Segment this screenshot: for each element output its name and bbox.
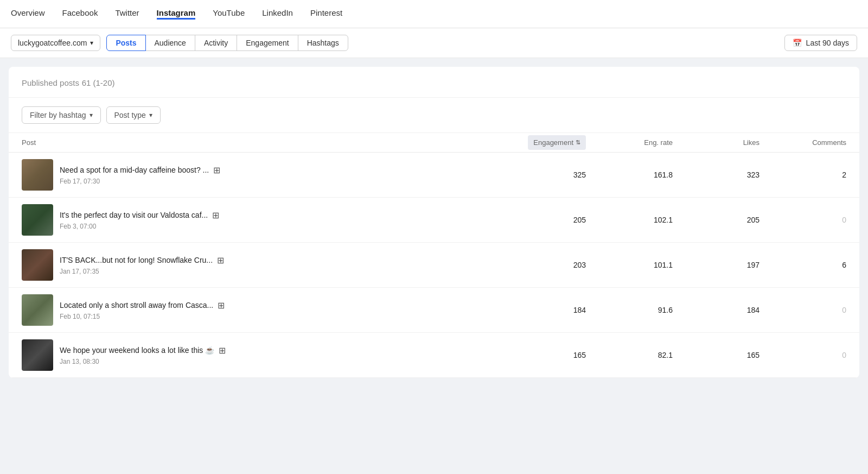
post-text-row: Need a spot for a mid-day caffeine boost… <box>60 165 220 175</box>
col-header-engagement[interactable]: Engagement ⇅ <box>499 138 586 147</box>
table-row[interactable]: It's the perfect day to visit our Valdos… <box>9 198 859 243</box>
tab-posts[interactable]: Posts <box>106 35 145 51</box>
account-selector[interactable]: luckygoatcoffee.com ▾ <box>11 35 100 51</box>
account-name: luckygoatcoffee.com <box>18 39 87 47</box>
post-thumbnail <box>22 339 53 371</box>
nav-item-facebook[interactable]: Facebook <box>62 8 98 20</box>
engagement-value: 325 <box>499 170 586 179</box>
col-header-comments: Comments <box>760 138 846 147</box>
table-row[interactable]: We hope your weekend looks a lot like th… <box>9 333 859 378</box>
nav-item-overview[interactable]: Overview <box>11 8 45 20</box>
post-cell: Need a spot for a mid-day caffeine boost… <box>22 159 499 191</box>
post-info: Located only a short stroll away from Ca… <box>60 300 225 320</box>
post-title: Located only a short stroll away from Ca… <box>60 301 213 309</box>
tab-audience[interactable]: Audience <box>145 35 195 51</box>
post-title: It's the perfect day to visit our Valdos… <box>60 211 208 219</box>
engagement-value: 165 <box>499 351 586 359</box>
col-header-eng-rate: Eng. rate <box>586 138 673 147</box>
likes-value: 165 <box>673 351 760 359</box>
eng-rate-value: 161.8 <box>586 170 673 179</box>
post-thumbnail <box>22 294 53 326</box>
post-date: Jan 17, 07:35 <box>60 268 224 275</box>
post-cell: IT'S BACK...but not for long! Snowflake … <box>22 249 499 281</box>
post-type-label: Post type <box>114 111 146 119</box>
image-icon: ⊞ <box>217 255 224 266</box>
post-text-row: It's the perfect day to visit our Valdos… <box>60 210 219 220</box>
eng-rate-value: 91.6 <box>586 306 673 314</box>
comments-value: 0 <box>760 216 846 224</box>
hashtag-filter-label: Filter by hashtag <box>30 111 86 119</box>
post-cell: Located only a short stroll away from Ca… <box>22 294 499 326</box>
toolbar-left: luckygoatcoffee.com ▾ PostsAudienceActiv… <box>11 35 348 51</box>
toolbar: luckygoatcoffee.com ▾ PostsAudienceActiv… <box>0 28 868 58</box>
card-title: Published posts 61 (1-20) <box>22 78 846 89</box>
col-header-likes: Likes <box>673 138 760 147</box>
col-header-post: Post <box>22 138 499 147</box>
posts-table: Post Engagement ⇅ Eng. rate Likes Commen… <box>9 133 859 378</box>
nav-item-youtube[interactable]: YouTube <box>213 8 245 20</box>
post-info: IT'S BACK...but not for long! Snowflake … <box>60 255 224 275</box>
table-row[interactable]: IT'S BACK...but not for long! Snowflake … <box>9 243 859 288</box>
post-cell: It's the perfect day to visit our Valdos… <box>22 204 499 236</box>
tab-activity[interactable]: Activity <box>195 35 237 51</box>
table-row[interactable]: Located only a short stroll away from Ca… <box>9 288 859 333</box>
table-row[interactable]: Need a spot for a mid-day caffeine boost… <box>9 153 859 198</box>
card-header: Published posts 61 (1-20) <box>9 67 859 98</box>
top-navigation: OverviewFacebookTwitterInstagramYouTubeL… <box>0 0 868 28</box>
table-body: Need a spot for a mid-day caffeine boost… <box>9 153 859 378</box>
account-chevron-icon: ▾ <box>90 39 93 47</box>
calendar-icon: 📅 <box>793 39 802 47</box>
eng-rate-value: 82.1 <box>586 351 673 359</box>
likes-value: 197 <box>673 261 760 269</box>
nav-item-twitter[interactable]: Twitter <box>115 8 139 20</box>
post-title: IT'S BACK...but not for long! Snowflake … <box>60 256 213 264</box>
table-header: Post Engagement ⇅ Eng. rate Likes Commen… <box>9 133 859 153</box>
filter-row: Filter by hashtag ▾ Post type ▾ <box>9 98 859 133</box>
hashtag-filter-button[interactable]: Filter by hashtag ▾ <box>22 106 101 124</box>
engagement-col-label: Engagement <box>533 138 573 147</box>
post-count: 61 (1-20) <box>82 78 115 87</box>
nav-item-linkedin[interactable]: LinkedIn <box>262 8 293 20</box>
post-type-filter-button[interactable]: Post type ▾ <box>106 106 161 124</box>
engagement-value: 205 <box>499 216 586 224</box>
posts-card: Published posts 61 (1-20) Filter by hash… <box>9 67 859 378</box>
engagement-value: 203 <box>499 261 586 269</box>
post-info: Need a spot for a mid-day caffeine boost… <box>60 165 220 185</box>
engagement-value: 184 <box>499 306 586 314</box>
likes-value: 184 <box>673 306 760 314</box>
post-date: Jan 13, 08:30 <box>60 358 226 365</box>
comments-value: 0 <box>760 306 846 314</box>
engagement-sort-icon: ⇅ <box>576 139 580 146</box>
tab-hashtags[interactable]: Hashtags <box>298 35 348 51</box>
post-cell: We hope your weekend looks a lot like th… <box>22 339 499 371</box>
post-date: Feb 3, 07:00 <box>60 223 219 230</box>
likes-value: 205 <box>673 216 760 224</box>
post-text-row: We hope your weekend looks a lot like th… <box>60 345 226 356</box>
date-range-button[interactable]: 📅 Last 90 days <box>784 35 857 51</box>
tab-engagement[interactable]: Engagement <box>237 35 298 51</box>
comments-value: 6 <box>760 261 846 269</box>
comments-value: 2 <box>760 170 846 179</box>
image-icon: ⊞ <box>219 345 226 356</box>
post-thumbnail <box>22 159 53 191</box>
image-icon: ⊞ <box>213 165 220 175</box>
post-text-row: IT'S BACK...but not for long! Snowflake … <box>60 255 224 266</box>
post-title: We hope your weekend looks a lot like th… <box>60 346 214 355</box>
post-type-chevron-icon: ▾ <box>149 111 152 119</box>
nav-item-pinterest[interactable]: Pinterest <box>310 8 342 20</box>
post-thumbnail <box>22 249 53 281</box>
post-text-row: Located only a short stroll away from Ca… <box>60 300 225 311</box>
post-date: Feb 10, 07:15 <box>60 313 225 320</box>
post-info: We hope your weekend looks a lot like th… <box>60 345 226 365</box>
post-info: It's the perfect day to visit our Valdos… <box>60 210 219 230</box>
eng-rate-value: 101.1 <box>586 261 673 269</box>
main-content: Published posts 61 (1-20) Filter by hash… <box>0 67 868 378</box>
comments-value: 0 <box>760 351 846 359</box>
nav-item-instagram[interactable]: Instagram <box>157 8 196 20</box>
post-date: Feb 17, 07:30 <box>60 178 220 185</box>
image-icon: ⊞ <box>212 210 219 220</box>
hashtag-chevron-icon: ▾ <box>90 111 93 119</box>
date-range-label: Last 90 days <box>806 39 849 47</box>
eng-rate-value: 102.1 <box>586 216 673 224</box>
post-title: Need a spot for a mid-day caffeine boost… <box>60 166 209 174</box>
